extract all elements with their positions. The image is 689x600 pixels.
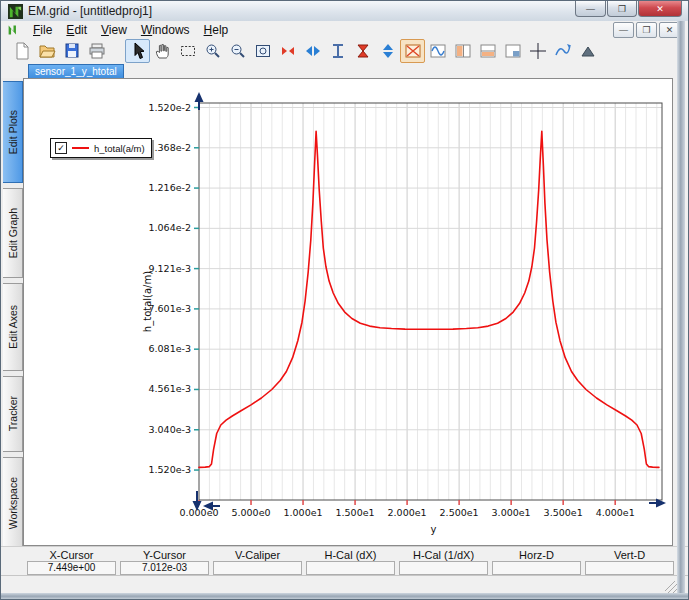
svg-text:2.000e1: 2.000e1	[388, 507, 427, 518]
split-vertical-icon	[454, 42, 472, 60]
svg-text:1.520e-2: 1.520e-2	[148, 102, 191, 113]
legend-checkbox[interactable]: ✓	[55, 142, 67, 154]
sidebar-tab-label: Edit Axes	[7, 305, 19, 349]
graph-trace-mode-button[interactable]	[425, 39, 450, 63]
svg-text:9.121e-3: 9.121e-3	[148, 263, 191, 274]
sidebar-tab-edit-plots[interactable]: Edit Plots	[3, 81, 23, 183]
pan-tool-button[interactable]	[150, 39, 175, 63]
cursor-col-hcal-dx: H-Cal (dX)	[306, 549, 395, 575]
quadrant-icon	[504, 42, 522, 60]
svg-text:1.216e-2: 1.216e-2	[148, 182, 191, 193]
svg-text:3.040e-3: 3.040e-3	[148, 424, 191, 435]
tracker-curve-button[interactable]	[550, 39, 575, 63]
printer-icon	[88, 42, 106, 60]
menu-help[interactable]: Help	[197, 22, 236, 38]
svg-text:h_total(a/m): h_total(a/m)	[142, 271, 154, 332]
cursor-col-label: Horz-D	[492, 549, 581, 561]
legend-box[interactable]: ✓ h_total(a/m)	[50, 138, 152, 158]
menu-file[interactable]: File	[26, 22, 59, 38]
pointer-icon	[129, 42, 147, 60]
zoom-in-button[interactable]	[200, 39, 225, 63]
app-window: EM.grid - [untitledproj1] — ❐ ✕ File Edi…	[0, 0, 689, 600]
h-cal-dx-value	[306, 561, 395, 575]
selection-marquee-icon	[179, 42, 197, 60]
menubar: File Edit View Windows Help — ❐ ✕	[1, 21, 689, 39]
print-button[interactable]	[84, 39, 109, 63]
svg-text:4.561e-3: 4.561e-3	[148, 383, 191, 394]
maximize-button[interactable]: ❐	[607, 1, 637, 17]
legend-series-label: h_total(a/m)	[94, 143, 145, 154]
sidebar-tab-tracker[interactable]: Tracker	[3, 376, 23, 452]
split-horizontal-button[interactable]	[475, 39, 500, 63]
svg-text:1.368e-2: 1.368e-2	[148, 142, 191, 153]
window-frame-bottom	[1, 593, 689, 599]
cursor-col-label: H-Cal (dX)	[306, 549, 395, 561]
split-vertical-button[interactable]	[450, 39, 475, 63]
crosshair-icon	[529, 42, 547, 60]
svg-text:3.500e1: 3.500e1	[544, 507, 583, 518]
cursor-col-vcaliper: V-Caliper	[213, 549, 302, 575]
sidebar-tab-label: Edit Plots	[7, 110, 19, 154]
save-icon	[63, 42, 81, 60]
menu-windows[interactable]: Windows	[134, 22, 197, 38]
crossed-box-icon	[404, 42, 422, 60]
crosshair-tool-button[interactable]	[525, 39, 550, 63]
h-marker-expand-button[interactable]	[300, 39, 325, 63]
zoom-box-tool-button[interactable]	[175, 39, 200, 63]
v-marker-expand-button[interactable]	[375, 39, 400, 63]
sidebar-tab-workspace[interactable]: Workspace	[3, 457, 23, 549]
split-horizontal-icon	[479, 42, 497, 60]
svg-text:7.601e-3: 7.601e-3	[148, 303, 191, 314]
zoom-out-icon	[229, 42, 247, 60]
horz-d-value	[492, 561, 581, 575]
svg-text:1.500e1: 1.500e1	[336, 507, 375, 518]
new-file-button[interactable]	[9, 39, 34, 63]
ibeam-icon	[329, 42, 347, 60]
mdi-minimize-button[interactable]: —	[613, 22, 634, 38]
legend-line-sample	[72, 147, 89, 149]
vert-d-value	[585, 561, 674, 575]
minimize-button[interactable]: —	[575, 1, 606, 17]
resize-grip[interactable]	[665, 581, 677, 593]
cursor-col-vertd: Vert-D	[585, 549, 674, 575]
graph-zoom-mode-button[interactable]	[400, 39, 425, 63]
tab-sensor-1-y-htotal[interactable]: sensor_1_y_htotal	[28, 64, 124, 79]
document-tab-row: sensor_1_y_htotal	[1, 63, 689, 79]
cursor-col-label: Y-Cursor	[120, 549, 209, 561]
mdi-restore-button[interactable]: ❐	[636, 22, 657, 38]
sidebar-tab-label: Tracker	[7, 396, 19, 431]
sidebar-tab-edit-axes[interactable]: Edit Axes	[3, 283, 23, 371]
sidebar-tab-label: Edit Graph	[7, 208, 19, 258]
h-marker-collapse-button[interactable]	[275, 39, 300, 63]
close-button[interactable]: ✕	[638, 1, 682, 17]
h-expand-arrows-icon	[304, 42, 322, 60]
cursor-col-y: Y-Cursor7.012e-03	[120, 549, 209, 575]
peak-tool-button[interactable]	[575, 39, 600, 63]
svg-text:2.500e1: 2.500e1	[440, 507, 479, 518]
main-area: Edit Plots Edit Graph Edit Axes Tracker …	[1, 78, 689, 546]
curve-tool-icon	[554, 42, 572, 60]
sidebar-tabstrip: Edit Plots Edit Graph Edit Axes Tracker …	[1, 78, 23, 546]
pointer-tool-button[interactable]	[125, 39, 150, 63]
menu-view[interactable]: View	[94, 22, 134, 38]
zoom-out-button[interactable]	[225, 39, 250, 63]
menu-edit[interactable]: Edit	[59, 22, 94, 38]
open-file-button[interactable]	[34, 39, 59, 63]
quadrant-view-button[interactable]	[500, 39, 525, 63]
app-logo-icon	[8, 4, 23, 19]
h-collapse-arrows-icon	[279, 42, 297, 60]
sidebar-tab-edit-graph[interactable]: Edit Graph	[3, 188, 23, 278]
peak-icon	[579, 42, 597, 60]
save-file-button[interactable]	[59, 39, 84, 63]
open-folder-icon	[38, 42, 56, 60]
v-marker-button[interactable]	[325, 39, 350, 63]
cursor-col-x: X-Cursor7.449e+00	[27, 549, 116, 575]
zoom-fit-button[interactable]	[250, 39, 275, 63]
x-cursor-value: 7.449e+00	[27, 561, 116, 575]
svg-text:5.000e0: 5.000e0	[231, 507, 270, 518]
window-frame-right	[677, 21, 685, 593]
svg-text:y: y	[431, 524, 437, 535]
v-expand-arrows-icon	[379, 42, 397, 60]
new-file-icon	[13, 42, 31, 60]
v-hourglass-button[interactable]	[350, 39, 375, 63]
